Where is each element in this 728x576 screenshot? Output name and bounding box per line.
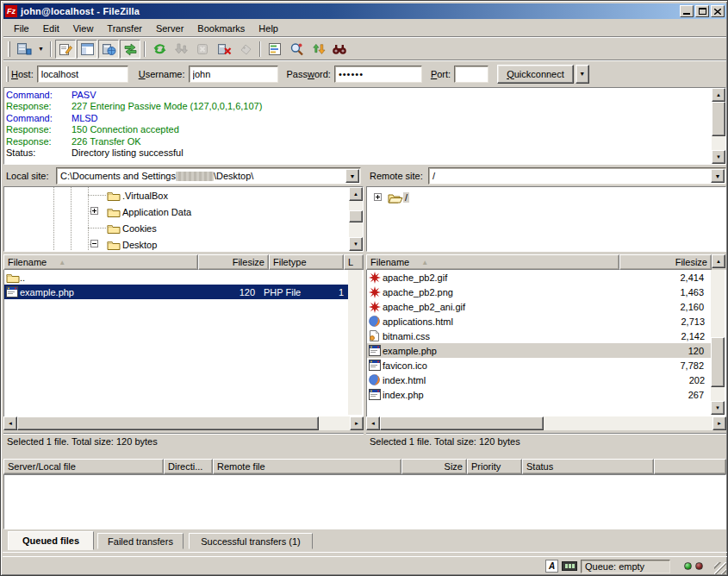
maximize-button[interactable] — [695, 5, 709, 17]
synchronized-browsing-button[interactable] — [308, 40, 328, 59]
scroll-thumb[interactable] — [711, 337, 725, 387]
menu-view[interactable]: View — [66, 22, 101, 35]
data-type-badge-icon[interactable] — [562, 561, 577, 571]
scroll-up-button[interactable]: ▲ — [349, 187, 363, 201]
directory-filters-button[interactable] — [264, 40, 285, 59]
file-row[interactable]: apache_pb2_ani.gif 2,160 — [367, 299, 712, 314]
column-header-filename[interactable]: Filename▲ — [3, 254, 198, 270]
file-row-selected[interactable]: example.php 120 — [367, 343, 712, 358]
scroll-thumb[interactable] — [712, 102, 725, 136]
password-input[interactable] — [334, 66, 422, 83]
quickconnect-gripper[interactable] — [6, 66, 9, 82]
column-header-filename[interactable]: Filename▲ — [366, 254, 619, 270]
menu-transfer[interactable]: Transfer — [100, 22, 149, 35]
remote-site-combobox[interactable]: / ▼ — [428, 167, 726, 185]
tree-item-cookies[interactable]: Cookies — [107, 220, 159, 236]
remote-file-list[interactable]: apache_pb2.gif 2,414 apache_pb2.png 1,46… — [366, 270, 726, 416]
tree-item-application-data[interactable]: Application Data — [107, 203, 193, 220]
column-header-lastmodified[interactable]: L — [344, 254, 364, 270]
cancel-operation-button[interactable] — [192, 40, 213, 59]
refresh-button[interactable] — [149, 40, 170, 59]
tab-failed-transfers[interactable]: Failed transfers — [97, 533, 184, 549]
file-row-parent-dir[interactable]: .. — [4, 270, 350, 285]
tab-queued-files[interactable]: Queued files — [8, 531, 94, 550]
menu-edit[interactable]: Edit — [36, 22, 66, 35]
local-tree-scrollbar[interactable]: ▲ ▼ — [349, 187, 363, 251]
transfer-type-icon[interactable]: A — [545, 560, 558, 573]
expand-plus-icon[interactable] — [374, 193, 382, 201]
scroll-thumb[interactable] — [380, 416, 544, 430]
compare-directories-button[interactable] — [286, 40, 307, 59]
queue-list[interactable] — [3, 474, 726, 529]
toggle-transfer-queue-button[interactable] — [120, 40, 140, 59]
file-row[interactable]: bitnami.css 2,142 — [367, 329, 712, 343]
titlebar[interactable]: Fz john@localhost - FileZilla — [3, 3, 726, 19]
local-tree[interactable]: .VirtualBox Application Data Cookies Des… — [3, 186, 364, 252]
file-row[interactable]: favicon.ico 7,782 — [367, 358, 712, 373]
username-input[interactable] — [189, 66, 278, 83]
local-site-dropdown[interactable]: ▼ — [345, 169, 359, 183]
disconnect-button[interactable] — [214, 40, 234, 59]
scroll-thumb[interactable] — [349, 210, 363, 222]
menu-server[interactable]: Server — [149, 22, 190, 35]
toggle-message-log-button[interactable] — [55, 40, 76, 59]
minimize-button[interactable] — [680, 5, 694, 17]
resize-grip[interactable] — [714, 562, 726, 574]
remote-tree[interactable]: / — [366, 186, 726, 252]
scroll-left-button[interactable]: ◄ — [366, 416, 380, 430]
remote-list-scrollbar[interactable]: ▼ — [711, 270, 725, 415]
local-file-list[interactable]: .. example.php 120 PHP File 1 — [3, 270, 364, 416]
quickconnect-dropdown[interactable]: ▼ — [576, 65, 589, 84]
toggle-remote-tree-button[interactable] — [98, 40, 119, 59]
tab-successful-transfers[interactable]: Successful transfers (1) — [189, 533, 313, 549]
local-list-scrollbar[interactable] — [348, 270, 362, 415]
host-input[interactable] — [37, 66, 128, 83]
close-button[interactable] — [711, 5, 725, 17]
tree-item-root[interactable]: / — [388, 189, 409, 205]
menu-file[interactable]: File — [7, 22, 36, 35]
message-log[interactable]: Command:PASV Response:227 Entering Passi… — [3, 87, 726, 165]
log-scrollbar[interactable]: ▲ ▼ — [712, 88, 725, 164]
scroll-right-button[interactable]: ► — [712, 416, 726, 430]
local-h-scrollbar[interactable]: ◄ ► — [3, 416, 364, 430]
tree-item-desktop[interactable]: Desktop — [107, 236, 159, 252]
column-header-status[interactable]: Status — [522, 459, 654, 474]
expand-minus-icon[interactable] — [90, 240, 98, 247]
find-files-button[interactable] — [329, 40, 350, 59]
column-header-size[interactable]: Size — [401, 459, 467, 474]
file-row[interactable]: apache_pb2.png 1,463 — [367, 285, 712, 299]
column-header-priority[interactable]: Priority — [467, 459, 522, 474]
column-header-filesize[interactable]: Filesize — [198, 254, 269, 270]
site-manager-dropdown[interactable]: ▼ — [35, 40, 47, 59]
file-row-example-php[interactable]: example.php 120 PHP File 1 — [4, 285, 350, 299]
scroll-up-button[interactable]: ▲ — [712, 88, 725, 102]
scroll-left-button[interactable]: ◄ — [3, 416, 17, 430]
toggle-local-tree-button[interactable] — [77, 40, 97, 59]
menu-bookmarks[interactable]: Bookmarks — [190, 22, 252, 35]
expand-plus-icon[interactable] — [90, 207, 98, 215]
quickconnect-button[interactable]: Quickconnect — [497, 65, 574, 84]
reconnect-button[interactable] — [235, 40, 256, 59]
column-header-filetype[interactable]: Filetype — [269, 254, 344, 270]
column-header-server-local-file[interactable]: Server/Local file — [3, 459, 164, 474]
file-row[interactable]: index.html 202 — [367, 373, 712, 387]
toolbar-gripper[interactable] — [8, 41, 10, 57]
scroll-up-button[interactable]: ▲ — [712, 254, 725, 268]
scroll-down-button[interactable]: ▼ — [712, 150, 725, 164]
port-input[interactable] — [454, 66, 488, 83]
tree-item-virtualbox[interactable]: .VirtualBox — [107, 187, 170, 203]
process-queue-button[interactable] — [171, 40, 191, 59]
column-header-direction[interactable]: Directi... — [164, 459, 213, 474]
site-manager-button[interactable] — [14, 40, 34, 59]
scroll-down-button[interactable]: ▼ — [349, 237, 363, 251]
file-row[interactable]: index.php 267 — [367, 387, 712, 402]
menu-help[interactable]: Help — [252, 22, 285, 35]
column-header-blank[interactable] — [654, 459, 726, 474]
column-header-filesize[interactable]: Filesize — [619, 254, 712, 270]
scroll-right-button[interactable]: ► — [350, 416, 364, 430]
file-row[interactable]: apache_pb2.gif 2,414 — [367, 270, 712, 285]
column-header-remote-file[interactable]: Remote file — [213, 459, 401, 474]
local-site-combobox[interactable]: C:\Documents and Settings\Desktop\ ▼ — [56, 167, 361, 185]
scroll-thumb[interactable] — [17, 416, 319, 430]
remote-site-dropdown[interactable]: ▼ — [711, 169, 725, 183]
